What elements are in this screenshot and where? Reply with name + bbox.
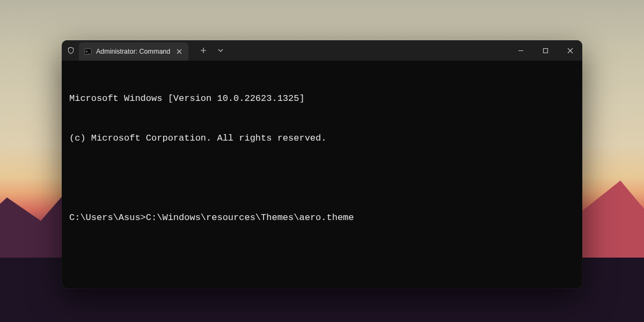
cmd-icon: >_ <box>84 48 92 55</box>
tab-command-prompt[interactable]: >_ Administrator: Command <box>79 42 188 61</box>
close-window-button[interactable] <box>558 40 582 61</box>
terminal-blank-line <box>69 172 575 185</box>
tab-close-button[interactable] <box>174 47 184 56</box>
svg-rect-2 <box>543 48 547 53</box>
terminal-prompt: C:\Users\Asus> <box>69 213 146 223</box>
svg-text:>_: >_ <box>86 49 90 54</box>
terminal-output[interactable]: Microsoft Windows [Version 10.0.22623.13… <box>62 61 582 288</box>
titlebar[interactable]: >_ Administrator: Command <box>62 40 582 61</box>
new-tab-button[interactable] <box>195 42 212 58</box>
maximize-button[interactable] <box>533 40 558 61</box>
terminal-prompt-line: C:\Users\Asus>C:\Windows\resources\Theme… <box>69 211 575 225</box>
titlebar-drag-region[interactable] <box>229 40 508 61</box>
terminal-line-copyright: (c) Microsoft Corporation. All rights re… <box>69 132 575 145</box>
terminal-line-version: Microsoft Windows [Version 10.0.22623.13… <box>69 92 575 106</box>
terminal-window: >_ Administrator: Command <box>62 40 582 288</box>
tab-dropdown-button[interactable] <box>212 42 229 58</box>
tab-title: Administrator: Command <box>96 48 170 55</box>
shield-icon <box>67 47 75 54</box>
minimize-button[interactable] <box>508 40 533 61</box>
terminal-command: C:\Windows\resources\Themes\aero.theme <box>146 213 354 223</box>
